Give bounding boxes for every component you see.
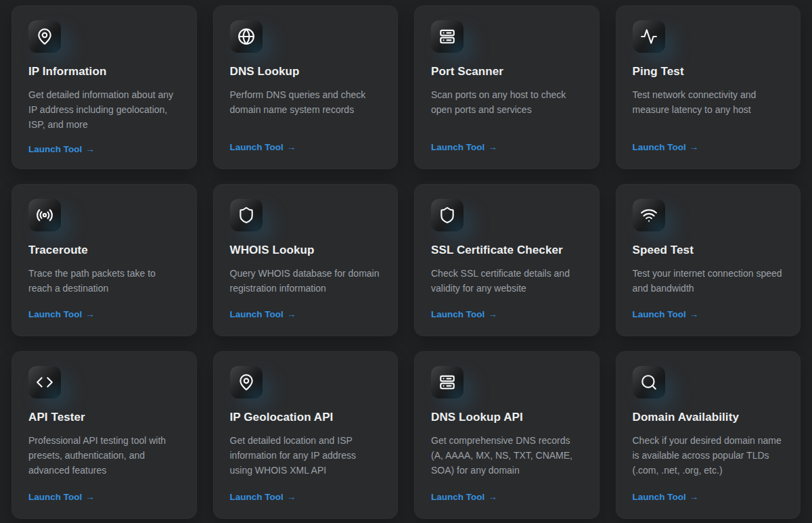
search-icon	[640, 373, 658, 391]
tool-icon-tile	[431, 366, 464, 399]
tool-description: Get detailed information about any IP ad…	[28, 87, 180, 132]
map-pin-icon	[238, 373, 255, 391]
tool-icon-tile	[431, 20, 464, 53]
tool-description: Get comprehensive DNS records (A, AAAA, …	[431, 433, 583, 478]
tool-card-ping-test[interactable]: Ping Test Test network connectivity and …	[616, 5, 801, 169]
tool-card-speed-test[interactable]: Speed Test Test your internet connection…	[616, 184, 801, 336]
launch-tool-link[interactable]: Launch Tool →	[431, 492, 497, 502]
arrow-right-icon: →	[287, 492, 296, 502]
launch-tool-link[interactable]: Launch Tool →	[633, 492, 699, 502]
launch-tool-link[interactable]: Launch Tool →	[230, 492, 296, 502]
radio-icon	[36, 206, 53, 224]
launch-tool-link[interactable]: Launch Tool →	[28, 144, 95, 154]
tool-title: IP Geolocation API	[230, 411, 334, 424]
tool-icon-tile	[633, 20, 665, 53]
launch-tool-label: Launch Tool	[633, 142, 686, 152]
globe-icon	[238, 28, 255, 45]
map-pin-icon	[36, 28, 53, 45]
launch-tool-label: Launch Tool	[431, 142, 484, 152]
server-icon	[438, 28, 456, 45]
tool-description: Get detailed location and ISP informatio…	[230, 433, 382, 478]
tool-description: Query WHOIS database for domain registra…	[230, 266, 382, 296]
arrow-right-icon: →	[690, 142, 699, 152]
arrow-right-icon: →	[85, 309, 95, 319]
tool-icon-tile	[28, 366, 61, 399]
arrow-right-icon: →	[488, 492, 497, 502]
tool-card-traceroute[interactable]: Traceroute Trace the path packets take t…	[12, 184, 197, 336]
launch-tool-label: Launch Tool	[431, 492, 484, 502]
arrow-right-icon: →	[690, 309, 699, 319]
tool-card-port-scanner[interactable]: Port Scanner Scan ports on any host to c…	[414, 5, 600, 169]
tool-icon-tile	[28, 199, 61, 231]
tool-icon-tile	[633, 366, 665, 399]
launch-tool-link[interactable]: Launch Tool →	[431, 309, 497, 319]
arrow-right-icon: →	[287, 142, 296, 152]
launch-tool-label: Launch Tool	[28, 144, 82, 154]
launch-tool-label: Launch Tool	[230, 142, 284, 152]
tool-title: SSL Certificate Checker	[431, 244, 563, 257]
tool-title: DNS Lookup	[230, 65, 300, 78]
launch-tool-label: Launch Tool	[633, 492, 686, 502]
wifi-icon	[640, 206, 658, 224]
tool-card-dns-lookup-api[interactable]: DNS Lookup API Get comprehensive DNS rec…	[414, 351, 600, 519]
tool-card-api-tester[interactable]: API Tester Professional API testing tool…	[12, 351, 197, 519]
arrow-right-icon: →	[690, 492, 699, 502]
tool-title: Domain Availability	[633, 411, 739, 424]
tool-title: API Tester	[28, 411, 85, 424]
launch-tool-link[interactable]: Launch Tool →	[230, 309, 296, 319]
launch-tool-label: Launch Tool	[431, 309, 484, 319]
launch-tool-label: Launch Tool	[633, 309, 686, 319]
tool-icon-tile	[230, 366, 263, 399]
tool-icon-tile	[230, 20, 263, 53]
arrow-right-icon: →	[287, 309, 296, 319]
tool-card-ip-information[interactable]: IP Information Get detailed information …	[12, 5, 197, 169]
tool-description: Perform DNS queries and check domain nam…	[230, 87, 382, 117]
launch-tool-link[interactable]: Launch Tool →	[633, 309, 699, 319]
code-icon	[36, 373, 53, 391]
tool-icon-tile	[633, 199, 665, 231]
arrow-right-icon: →	[488, 142, 497, 152]
tool-description: Trace the path packets take to reach a d…	[28, 266, 180, 296]
tool-description: Professional API testing tool with prese…	[28, 433, 180, 478]
tool-card-domain-availability[interactable]: Domain Availability Check if your desire…	[616, 351, 801, 519]
tool-title: DNS Lookup API	[431, 411, 523, 424]
tool-icon-tile	[431, 199, 464, 231]
tool-title: WHOIS Lookup	[230, 244, 315, 257]
tool-card-ssl-certificate-checker[interactable]: SSL Certificate Checker Check SSL certif…	[414, 184, 600, 336]
tool-icon-tile	[230, 199, 263, 231]
shield-icon	[238, 206, 255, 224]
arrow-right-icon: →	[488, 309, 497, 319]
tool-card-whois-lookup[interactable]: WHOIS Lookup Query WHOIS database for do…	[213, 184, 399, 336]
tools-grid: IP Information Get detailed information …	[0, 0, 812, 519]
tool-description: Check SSL certificate details and validi…	[431, 266, 583, 296]
launch-tool-link[interactable]: Launch Tool →	[431, 142, 497, 152]
launch-tool-link[interactable]: Launch Tool →	[28, 492, 95, 502]
activity-icon	[640, 28, 658, 45]
tool-description: Check if your desired domain name is ava…	[633, 433, 784, 478]
tool-description: Test network connectivity and measure la…	[633, 87, 784, 117]
tool-title: Port Scanner	[431, 65, 503, 78]
tool-description: Test your internet connection speed and …	[633, 266, 784, 296]
launch-tool-link[interactable]: Launch Tool →	[28, 309, 95, 319]
tool-title: Ping Test	[633, 65, 684, 78]
launch-tool-label: Launch Tool	[230, 309, 284, 319]
arrow-right-icon: →	[85, 492, 95, 502]
tool-description: Scan ports on any host to check open por…	[431, 87, 583, 117]
tool-card-dns-lookup[interactable]: DNS Lookup Perform DNS queries and check…	[213, 5, 399, 169]
tool-title: Speed Test	[633, 244, 694, 257]
tool-card-ip-geolocation-api[interactable]: IP Geolocation API Get detailed location…	[213, 351, 399, 519]
server-icon	[438, 373, 456, 391]
tool-icon-tile	[28, 20, 61, 53]
launch-tool-label: Launch Tool	[230, 492, 284, 502]
tool-title: Traceroute	[28, 244, 88, 257]
launch-tool-label: Launch Tool	[28, 309, 82, 319]
launch-tool-link[interactable]: Launch Tool →	[230, 142, 296, 152]
arrow-right-icon: →	[85, 144, 95, 154]
launch-tool-label: Launch Tool	[28, 492, 82, 502]
shield-icon	[438, 206, 456, 224]
launch-tool-link[interactable]: Launch Tool →	[633, 142, 699, 152]
tool-title: IP Information	[28, 65, 106, 78]
